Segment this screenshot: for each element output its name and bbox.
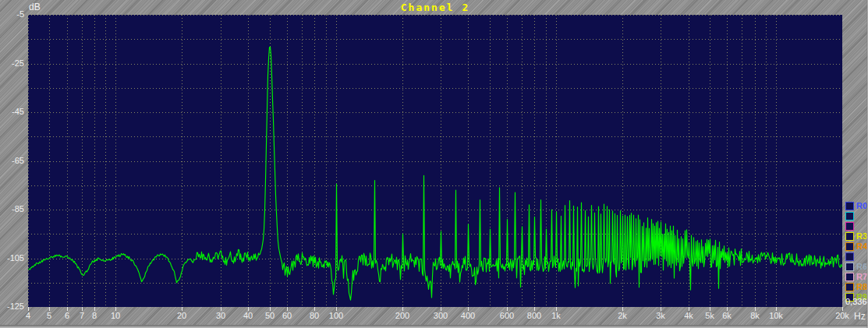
x-axis-label: 100 — [329, 311, 343, 320]
reference-label: R7 — [856, 272, 867, 281]
y-axis-label: -45 — [0, 107, 24, 116]
spectrum-trace — [29, 47, 842, 300]
x-axis-label: 20 — [177, 311, 186, 320]
x-axis-label: 10k — [769, 311, 783, 320]
reference-label: R4 — [856, 242, 867, 251]
y-axis-label: -105 — [0, 253, 24, 263]
reference-label: R3 — [856, 231, 867, 241]
legend-row: R4 — [845, 242, 868, 252]
reference-swatch-r1[interactable] — [845, 212, 854, 220]
x-axis-label: 40 — [243, 311, 253, 320]
x-axis-label: 8k — [750, 311, 760, 320]
reference-label: R8 — [856, 282, 867, 291]
reference-swatch-r3[interactable] — [845, 232, 854, 241]
x-axis-label: 4k — [684, 311, 693, 320]
y-axis-unit-label: dB — [29, 2, 41, 12]
x-axis-label: 10 — [111, 311, 120, 320]
reference-swatch-r0[interactable] — [845, 202, 854, 210]
reference-swatch-r4[interactable] — [845, 242, 854, 251]
y-axis-label: -5 — [0, 9, 24, 19]
legend-row — [845, 212, 868, 222]
x-axis-label: 50 — [265, 311, 275, 320]
spectrum-plot-canvas — [28, 15, 842, 307]
x-axis-label: 400 — [461, 311, 475, 320]
x-axis-label: 6 — [65, 311, 69, 320]
y-axis-label: -125 — [0, 302, 24, 311]
spectrum-plot-area — [28, 15, 842, 307]
value-readout: 0,3364 — [845, 297, 868, 306]
reference-swatch-r2[interactable] — [845, 222, 854, 231]
x-axis-label: 3k — [656, 311, 665, 320]
y-axis-label: -85 — [0, 204, 24, 213]
x-axis-label: 60 — [282, 311, 292, 320]
x-axis-unit-label: Hz — [854, 311, 866, 322]
x-axis-label: 4 — [26, 311, 30, 320]
reference-swatch-r7[interactable] — [845, 273, 854, 281]
x-axis-label: 1k — [551, 311, 561, 320]
y-axis-label: -65 — [0, 156, 24, 165]
x-axis-label: 7 — [80, 311, 84, 320]
y-axis-label: -25 — [0, 58, 24, 68]
x-axis-label: 30 — [216, 311, 225, 320]
x-axis-label: 20k — [835, 311, 849, 320]
x-axis-label: 2k — [618, 311, 627, 320]
reference-trace-legend: R0R3R4R6R7R8R9 — [845, 202, 868, 303]
x-axis-label: 5 — [47, 311, 51, 320]
reference-label: R0 — [856, 201, 867, 210]
reference-swatch-r5[interactable] — [845, 252, 854, 261]
reference-swatch-r8[interactable] — [845, 283, 854, 291]
x-axis-label: 300 — [434, 311, 448, 320]
x-axis-label: 8 — [92, 311, 97, 320]
x-axis-label: 80 — [310, 311, 319, 320]
x-axis-label: 200 — [395, 311, 409, 320]
x-axis-label: 800 — [527, 311, 541, 320]
chart-title: Channel 2 — [28, 2, 842, 13]
reference-label: R6 — [856, 262, 867, 271]
x-axis-label: 6k — [722, 311, 732, 320]
x-axis-label: 600 — [500, 311, 514, 320]
window-bevel-bottom — [0, 325, 868, 328]
x-axis-label: 5k — [705, 311, 714, 320]
reference-swatch-r6[interactable] — [845, 263, 854, 271]
legend-row: R0 — [845, 202, 868, 212]
spectrum-analyzer-window: Channel 2 dB -5-25-45-65-85-105-12545678… — [0, 0, 868, 328]
